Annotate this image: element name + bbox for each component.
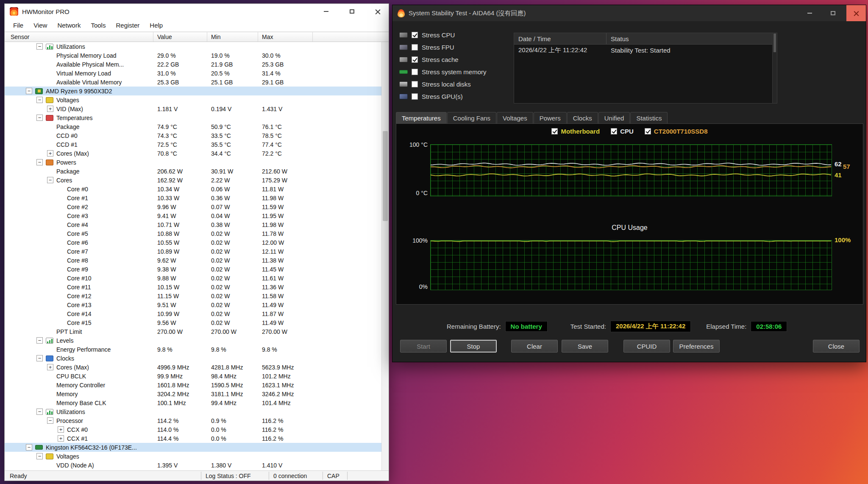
expand-toggle-icon[interactable]: + <box>47 364 53 370</box>
sensor-row[interactable]: −Levels <box>5 336 389 345</box>
tab-clocks[interactable]: Clocks <box>567 112 598 123</box>
scrollbar-thumb[interactable] <box>383 131 388 221</box>
sensor-row[interactable]: Memory Controller1601.8 MHz1590.5 MHz162… <box>5 380 389 389</box>
legend-checkbox[interactable] <box>551 128 558 134</box>
sensor-row[interactable]: Physical Memory Load29.0 %19.0 %30.0 % <box>5 51 389 60</box>
sensor-row[interactable]: Virtual Memory Load31.0 %20.5 %31.4 % <box>5 69 389 78</box>
sensor-row[interactable]: Package206.62 W30.91 W212.60 W <box>5 167 389 176</box>
sensor-row[interactable]: +CCX #1114.4 %0.0 %116.2 % <box>5 434 389 443</box>
tab-unified[interactable]: Unified <box>598 112 630 123</box>
save-button[interactable]: Save <box>562 340 608 353</box>
sensor-row[interactable]: −Voltages <box>5 95 389 104</box>
stress-option[interactable]: Stress cache <box>399 53 487 66</box>
stress-checkbox[interactable] <box>412 81 418 87</box>
stop-button[interactable]: Stop <box>450 340 497 353</box>
log-scrollbar[interactable] <box>772 33 777 103</box>
column-max[interactable]: Max <box>258 32 313 42</box>
collapse-toggle-icon[interactable]: − <box>36 97 43 103</box>
menu-tools[interactable]: Tools <box>86 22 111 29</box>
collapse-toggle-icon[interactable]: − <box>36 43 43 50</box>
sensor-row[interactable]: VDD (Node A)1.395 V1.380 V1.410 V <box>5 461 389 470</box>
sensor-row[interactable]: Core #39.41 W0.04 W11.95 W <box>5 211 389 220</box>
sensor-row[interactable]: CPU BCLK99.9 MHz98.4 MHz101.2 MHz <box>5 372 389 380</box>
menu-help[interactable]: Help <box>145 22 168 29</box>
tab-temperatures[interactable]: Temperatures <box>396 112 447 123</box>
vertical-scrollbar[interactable] <box>381 42 389 470</box>
collapse-toggle-icon[interactable]: − <box>47 177 53 183</box>
sensor-row[interactable]: Core #109.88 W0.02 W11.61 W <box>5 274 389 283</box>
sensor-row[interactable]: +CCX #0114.0 %0.0 %116.2 % <box>5 425 389 434</box>
column-min[interactable]: Min <box>207 32 258 42</box>
menu-view[interactable]: View <box>28 22 52 29</box>
sensor-row[interactable]: Energy Performance9.8 %9.8 %9.8 % <box>5 345 389 354</box>
sensor-row[interactable]: Memory Base CLK100.1 MHz99.4 MHz101.4 MH… <box>5 398 389 407</box>
tab-voltages[interactable]: Voltages <box>497 112 533 123</box>
collapse-toggle-icon[interactable]: − <box>36 453 43 459</box>
maximize-button[interactable] <box>341 4 363 19</box>
sensor-row[interactable]: Package74.9 °C50.9 °C76.1 °C <box>5 122 389 131</box>
sensor-row[interactable]: PPT Limit270.00 W270.00 W270.00 W <box>5 327 389 336</box>
menu-register[interactable]: Register <box>111 22 145 29</box>
aida-minimize-button[interactable] <box>800 5 819 21</box>
sensor-row[interactable]: −Utilizations <box>5 407 389 416</box>
menu-file[interactable]: File <box>8 22 28 29</box>
sensor-row[interactable]: Core #010.34 W0.06 W11.81 W <box>5 185 389 193</box>
column-value[interactable]: Value <box>153 32 207 42</box>
sensor-row[interactable]: −Voltages <box>5 452 389 461</box>
sensor-row[interactable]: −Clocks <box>5 354 389 363</box>
sensor-row[interactable]: CCD #172.5 °C35.5 °C77.4 °C <box>5 140 389 149</box>
sensor-row[interactable]: −Kingston KF564C32-16 (0F173E... <box>5 443 389 452</box>
sensor-row[interactable]: +Cores (Max)4996.9 MHz4281.8 MHz5623.9 M… <box>5 363 389 372</box>
sensor-row[interactable]: −Temperatures <box>5 113 389 122</box>
sensor-row[interactable]: Available Physical Mem...22.2 GB21.9 GB2… <box>5 60 389 69</box>
legend-item[interactable]: Motherboard <box>551 128 600 135</box>
sensor-row[interactable]: −Cores162.92 W2.22 W175.29 W <box>5 176 389 185</box>
legend-item[interactable]: CPU <box>611 128 634 135</box>
stress-option[interactable]: Stress CPU <box>399 29 487 41</box>
expand-toggle-icon[interactable]: + <box>47 150 53 157</box>
collapse-toggle-icon[interactable]: − <box>36 355 43 361</box>
legend-item[interactable]: CT2000T710SSD8 <box>645 128 708 135</box>
stress-checkbox[interactable] <box>412 56 418 63</box>
stress-option[interactable]: Stress local disks <box>399 78 487 90</box>
sensor-row[interactable]: Available Virtual Memory25.3 GB25.1 GB29… <box>5 78 389 87</box>
sensor-row[interactable]: Core #410.71 W0.38 W11.98 W <box>5 220 389 229</box>
sensor-row[interactable]: −Powers <box>5 158 389 167</box>
collapse-toggle-icon[interactable]: − <box>26 88 32 94</box>
log-row[interactable]: 2026/4/22 上午 11:22:42 Stability Test: St… <box>514 45 777 56</box>
aida-close-button[interactable] <box>846 5 866 21</box>
sensor-row[interactable]: −AMD Ryzen 9 9950X3D2 <box>5 87 389 95</box>
sensor-row[interactable]: Memory3204.2 MHz3181.1 MHz3246.2 MHz <box>5 389 389 398</box>
collapse-toggle-icon[interactable]: − <box>26 444 32 450</box>
sensor-row[interactable]: Core #139.51 W0.02 W11.49 W <box>5 300 389 309</box>
expand-toggle-icon[interactable]: + <box>47 106 53 112</box>
collapse-toggle-icon[interactable]: − <box>47 417 53 424</box>
log-column-datetime[interactable]: Date / Time <box>514 33 606 44</box>
sensor-row[interactable]: Core #1110.15 W0.02 W11.36 W <box>5 283 389 291</box>
log-scrollbar-thumb[interactable] <box>773 34 776 52</box>
menu-network[interactable]: Network <box>52 22 86 29</box>
collapse-toggle-icon[interactable]: − <box>36 115 43 121</box>
minimize-button[interactable] <box>315 4 337 19</box>
column-sensor[interactable]: Sensor <box>5 32 153 42</box>
start-button[interactable]: Start <box>400 340 447 353</box>
stress-option[interactable]: Stress system memory <box>399 66 487 78</box>
stress-option[interactable]: Stress GPU(s) <box>399 90 487 103</box>
cpuid-button[interactable]: CPUID <box>623 340 670 353</box>
aida-maximize-button[interactable] <box>823 5 843 21</box>
close-button[interactable] <box>367 4 389 19</box>
collapse-toggle-icon[interactable]: − <box>36 337 43 344</box>
sensor-row[interactable]: −Utilizations <box>5 42 389 51</box>
expand-toggle-icon[interactable]: + <box>58 426 64 433</box>
hwmonitor-titlebar[interactable]: HWMonitor PRO <box>5 4 389 19</box>
sensor-row[interactable]: −Processor114.2 %0.9 %116.2 % <box>5 416 389 425</box>
aida-titlebar[interactable]: System Stability Test - AIDA64 (沒有回應) <box>392 5 866 21</box>
sensor-row[interactable]: Core #29.96 W0.07 W11.59 W <box>5 202 389 211</box>
sensor-row[interactable]: Core #610.55 W0.02 W12.00 W <box>5 238 389 247</box>
collapse-toggle-icon[interactable]: − <box>36 159 43 165</box>
sensor-row[interactable]: Core #1211.15 W0.02 W11.58 W <box>5 291 389 300</box>
sensor-row[interactable]: Core #510.88 W0.02 W11.78 W <box>5 229 389 238</box>
log-column-status[interactable]: Status <box>606 33 777 44</box>
sensor-row[interactable]: CCD #074.3 °C33.5 °C78.5 °C <box>5 131 389 140</box>
tab-powers[interactable]: Powers <box>534 112 567 123</box>
